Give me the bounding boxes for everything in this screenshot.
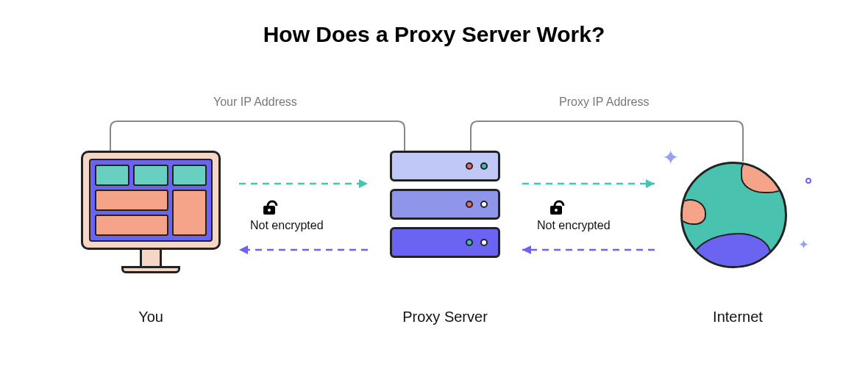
screen-tile [172, 165, 207, 186]
led-icon [466, 162, 473, 170]
server-unit [390, 227, 500, 258]
encryption-status-right: Not encrypted [537, 219, 611, 232]
led-icon [480, 162, 488, 170]
proxy-server-illustration [390, 151, 500, 265]
sparkle-icon: ✦ [798, 237, 809, 253]
svg-point-1 [268, 209, 271, 212]
screen-tile [95, 190, 168, 211]
monitor [81, 151, 221, 250]
screen-tile [172, 190, 207, 236]
sparkle-icon: ✦ [662, 145, 679, 170]
led-icon [480, 239, 488, 246]
bracket-your-ip [110, 121, 405, 151]
lock-open-icon [263, 201, 277, 215]
node-label-you: You [118, 309, 184, 326]
bracket-proxy-ip [471, 121, 743, 162]
screen-tile [95, 215, 168, 236]
led-icon [466, 239, 473, 246]
monitor-base [121, 266, 180, 273]
continent [741, 162, 787, 193]
server-unit [390, 189, 500, 220]
led-icon [466, 201, 473, 208]
globe [680, 162, 787, 268]
diagram-title: How Does a Proxy Server Work? [0, 22, 868, 47]
bracket-label-proxy-ip: Proxy IP Address [559, 96, 649, 109]
screen-tile [133, 165, 168, 186]
screen-tile [95, 165, 129, 186]
node-label-proxy: Proxy Server [397, 309, 493, 326]
computer-illustration [81, 151, 221, 273]
svg-point-3 [555, 209, 558, 212]
svg-rect-2 [550, 206, 562, 215]
server-unit [390, 151, 500, 181]
screen [89, 159, 213, 242]
internet-globe-illustration [680, 162, 798, 279]
dot-accent-icon [805, 178, 811, 184]
led-icon [480, 201, 488, 208]
encryption-status-left: Not encrypted [250, 219, 324, 232]
lock-open-icon [550, 201, 563, 215]
continent [680, 199, 706, 225]
svg-rect-0 [263, 206, 275, 215]
node-label-internet: Internet [705, 309, 771, 326]
continent [690, 233, 771, 268]
bracket-label-your-ip: Your IP Address [213, 96, 297, 109]
